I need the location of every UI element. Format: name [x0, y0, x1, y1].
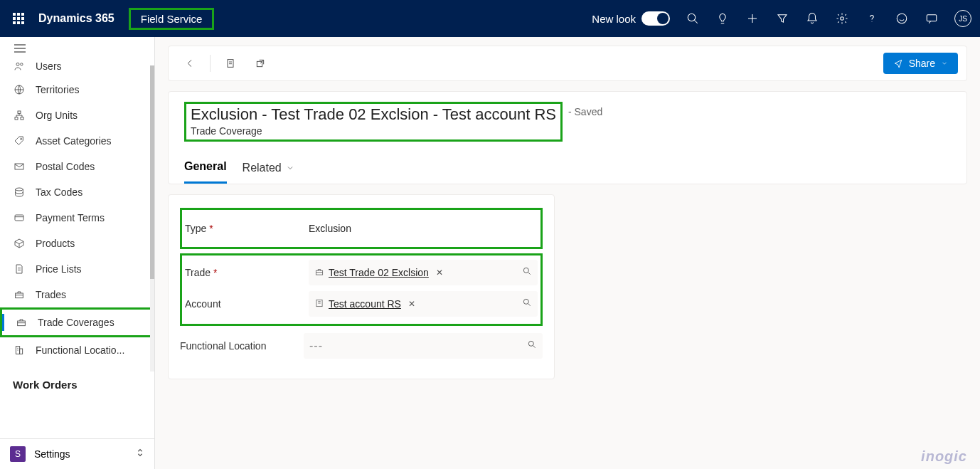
account-icon	[314, 298, 324, 310]
tab-related[interactable]: Related	[243, 156, 294, 184]
site-sidebar: Users Territories Org Units Asset Catego…	[0, 37, 155, 469]
svg-point-11	[21, 63, 23, 65]
sidebar-item-postalcodes[interactable]: Postal Codes	[0, 154, 154, 179]
sidebar-item-tradecoverages[interactable]: Trade Coverages	[2, 310, 151, 335]
form-selector-button[interactable]	[218, 51, 243, 76]
svg-line-40	[528, 304, 531, 306]
sidebar-scrollbar[interactable]	[150, 65, 154, 371]
type-value[interactable]: Exclusion	[309, 223, 538, 234]
sidebar-item-assetcategories[interactable]: Asset Categories	[0, 128, 154, 154]
sidebar-item-paymentterms[interactable]: Payment Terms	[0, 205, 154, 231]
field-trade: Trade * Test Trade 02 Exclsion ✕	[185, 257, 538, 288]
global-navbar: Dynamics 365 Field Service New look JS	[0, 0, 980, 37]
svg-rect-26	[20, 349, 23, 354]
sidebar-item-taxcodes[interactable]: Tax Codes	[0, 179, 154, 205]
command-bar: Share	[168, 46, 967, 81]
sidebar-item-products[interactable]: Products	[0, 231, 154, 256]
trade-label: Trade *	[185, 267, 302, 278]
sidebar-item-territories[interactable]: Territories	[0, 77, 154, 102]
card-icon	[13, 211, 26, 224]
svg-rect-15	[21, 117, 23, 120]
clear-account-icon[interactable]: ✕	[405, 299, 418, 309]
clear-trade-icon[interactable]: ✕	[433, 268, 446, 278]
toolbox-icon	[13, 288, 26, 301]
funcloc-lookup[interactable]: ---	[304, 333, 543, 359]
gear-icon[interactable]	[835, 11, 849, 26]
collapse-sidebar-icon[interactable]	[0, 37, 154, 58]
svg-point-18	[16, 188, 23, 191]
save-status: - Saved	[568, 102, 602, 117]
svg-point-10	[16, 63, 19, 65]
toggle-switch-icon[interactable]	[641, 11, 670, 26]
account-label: Account	[185, 298, 302, 310]
form-card: Type * Exclusion Trade * Test Trade 02 E…	[168, 194, 555, 379]
type-label: Type *	[185, 223, 302, 234]
record-title: Exclusion - Test Trade 02 Exclsion - Tes…	[191, 105, 556, 124]
building-icon	[13, 344, 26, 357]
funcloc-placeholder: ---	[309, 339, 323, 352]
record-tabs: General Related	[184, 156, 951, 184]
search-icon[interactable]	[527, 339, 537, 352]
toolbox-icon	[314, 267, 324, 279]
record-entity-name: Trade Coverage	[191, 125, 556, 137]
svg-rect-6	[927, 15, 937, 21]
svg-rect-29	[228, 60, 233, 68]
lightbulb-icon[interactable]	[715, 11, 730, 26]
tab-general[interactable]: General	[184, 156, 227, 184]
filter-icon[interactable]	[775, 11, 789, 26]
add-icon[interactable]	[745, 11, 760, 26]
svg-point-16	[21, 138, 22, 139]
svg-rect-17	[15, 164, 23, 169]
svg-point-5	[897, 14, 907, 23]
trade-lookup[interactable]: Test Trade 02 Exclsion ✕	[309, 260, 538, 285]
area-switcher[interactable]: S Settings	[0, 438, 154, 469]
main-content: Share Exclusion - Test Trade 02 Exclsion…	[155, 37, 980, 469]
account-lookup[interactable]: Test account RS ✕	[309, 291, 538, 317]
field-account: Account Test account RS ✕	[185, 288, 538, 320]
users-icon	[13, 60, 26, 73]
svg-line-1	[694, 20, 698, 23]
sidebar-item-pricelists[interactable]: Price Lists	[0, 256, 154, 282]
record-title-box: Exclusion - Test Trade 02 Exclsion - Tes…	[184, 102, 563, 142]
chevron-updown-icon	[136, 448, 144, 460]
area-badge: S	[10, 446, 26, 462]
sidebar-item-orgunits[interactable]: Org Units	[0, 102, 154, 128]
account-chip-value[interactable]: Test account RS	[329, 298, 401, 310]
search-icon[interactable]	[522, 266, 532, 279]
trade-chip-value[interactable]: Test Trade 02 Exclsion	[329, 267, 429, 278]
bell-icon[interactable]	[805, 11, 819, 26]
smiley-icon[interactable]	[895, 11, 909, 26]
chat-icon[interactable]	[925, 11, 939, 26]
user-avatar[interactable]: JS	[954, 10, 971, 27]
account-chip: Test account RS ✕	[314, 298, 418, 310]
field-functional-location: Functional Location ---	[180, 330, 543, 362]
sidebar-item-trades[interactable]: Trades	[0, 282, 154, 307]
svg-point-41	[528, 341, 533, 346]
svg-rect-24	[18, 321, 26, 326]
document-icon	[13, 263, 26, 275]
svg-line-42	[533, 346, 536, 348]
search-icon[interactable]	[522, 297, 532, 310]
back-button[interactable]	[177, 51, 203, 76]
svg-rect-33	[316, 270, 322, 275]
share-button[interactable]: Share	[883, 53, 958, 74]
app-name[interactable]: Field Service	[129, 8, 215, 30]
search-icon[interactable]	[686, 11, 700, 26]
chevron-down-icon	[286, 164, 294, 172]
field-type: Type * Exclusion	[185, 213, 538, 244]
sidebar-item-functionallocations[interactable]: Functional Locatio...	[0, 337, 154, 363]
sidebar-item-users[interactable]: Users	[0, 58, 154, 77]
svg-rect-23	[16, 293, 23, 298]
mail-icon	[13, 160, 26, 173]
new-look-toggle[interactable]: New look	[592, 11, 670, 26]
sidebar-section-workorders: Work Orders	[0, 363, 154, 395]
box-icon	[13, 237, 26, 250]
app-launcher-icon[interactable]	[13, 13, 24, 24]
svg-rect-13	[18, 111, 21, 113]
record-header-card: Exclusion - Test Trade 02 Exclsion - Tes…	[168, 91, 967, 184]
help-icon[interactable]	[865, 11, 879, 26]
brand-title: Dynamics 365	[38, 12, 114, 25]
open-new-window-button[interactable]	[247, 51, 273, 76]
funcloc-label: Functional Location	[180, 340, 297, 352]
new-look-label: New look	[592, 13, 636, 25]
